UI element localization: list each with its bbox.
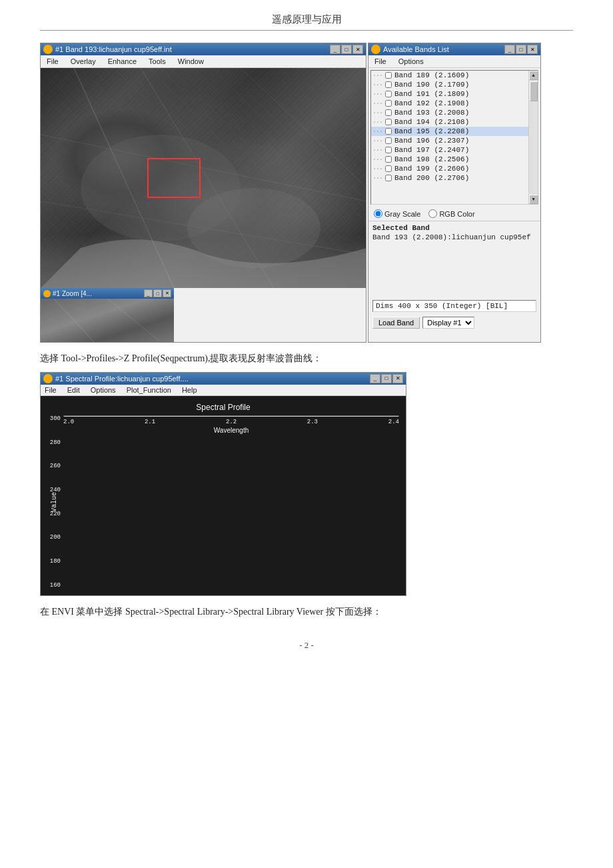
band-193-label: Band 193 (2.2008): [394, 109, 469, 117]
spectral-window-controls[interactable]: _ □ ✕: [370, 374, 403, 383]
x-tick-23: 2.3: [307, 419, 318, 425]
zoom-close[interactable]: ✕: [163, 289, 171, 297]
chart-inner: Value 300 280 260 240 220 200 180 160: [47, 415, 399, 589]
y-tick-180: 180: [41, 558, 61, 565]
band-190-label: Band 190 (2.1709): [394, 81, 469, 89]
band-190-checkbox[interactable]: [385, 81, 392, 88]
chart-plot-container: 300 280 260 240 220 200 180 160: [63, 415, 399, 589]
spectral-menu-edit[interactable]: Edit: [67, 386, 80, 394]
zoom-minimize[interactable]: _: [144, 289, 153, 297]
grid-h-8: [64, 416, 398, 417]
band-item-196[interactable]: ···Band 196 (2.2307): [371, 136, 528, 145]
spectral-menu-plot[interactable]: Plot_Function: [127, 386, 171, 394]
scroll-up-button[interactable]: ▲: [529, 71, 538, 80]
band-item-193[interactable]: ···Band 193 (2.2008): [371, 108, 528, 117]
spectral-menu-help[interactable]: Help: [182, 386, 197, 394]
page-number: - 2 -: [40, 640, 573, 651]
main-image-window: #1 Band 193:lichuanjun cup95eff.int _ □ …: [40, 43, 366, 343]
svg-line-4: [241, 68, 366, 188]
menu-file[interactable]: File: [45, 57, 61, 66]
band-item-190[interactable]: ···Band 190 (2.1709): [371, 80, 528, 89]
y-tick-260: 260: [41, 463, 61, 469]
band-199-label: Band 199 (2.2606): [394, 165, 469, 173]
band-item-194[interactable]: ···Band 194 (2.2108): [371, 117, 528, 127]
load-band-button[interactable]: Load Band: [372, 317, 420, 329]
bands-window-titlebar: Available Bands List _ □ ✕: [368, 43, 540, 55]
zoom-restore[interactable]: □: [153, 289, 162, 297]
bands-close[interactable]: ✕: [527, 45, 538, 54]
spectral-restore[interactable]: □: [381, 374, 392, 383]
band-196-checkbox[interactable]: [385, 137, 392, 144]
menu-window[interactable]: Window: [176, 57, 206, 66]
menu-overlay[interactable]: Overlay: [69, 57, 98, 66]
bands-restore[interactable]: □: [516, 45, 526, 54]
close-button[interactable]: ✕: [352, 45, 363, 54]
zoom-image: [41, 299, 174, 342]
band-195-checkbox[interactable]: [385, 128, 392, 135]
desc1: 选择 Tool->Profiles->Z Profile(Seqpectrum)…: [40, 351, 573, 367]
bands-list-scroll-area[interactable]: ···Band 189 (2.1609) ···Band 190 (2.1709…: [371, 71, 528, 204]
bands-scrollbar[interactable]: ▲ ▼: [528, 71, 538, 204]
menu-tools[interactable]: Tools: [147, 57, 168, 66]
gray-scale-option[interactable]: Gray Scale: [374, 209, 420, 218]
bands-window-menubar: File Options: [368, 55, 540, 68]
zoom-window-strip: #1 Zoom [4... _ □ ✕: [41, 288, 366, 342]
scale-options: Gray Scale RGB Color: [368, 207, 540, 221]
chart-plot: [63, 415, 399, 417]
spectral-window-title: #1 Spectral Profile:lichuanjun cup95eff.…: [55, 375, 189, 383]
band-193-checkbox[interactable]: [385, 109, 392, 116]
rgb-color-radio[interactable]: [428, 209, 437, 218]
band-item-197[interactable]: ···Band 197 (2.2407): [371, 145, 528, 155]
menu-enhance[interactable]: Enhance: [106, 57, 139, 66]
window-controls[interactable]: _ □ ✕: [330, 45, 363, 54]
rgb-color-option[interactable]: RGB Color: [428, 209, 474, 218]
band-197-checkbox[interactable]: [385, 147, 392, 153]
bands-window-title: Available Bands List: [383, 45, 449, 53]
scroll-down-button[interactable]: ▼: [529, 195, 538, 204]
band-197-label: Band 197 (2.2407): [394, 146, 469, 154]
band-item-200[interactable]: ···Band 200 (2.2706): [371, 173, 528, 183]
x-ticks-container: 2.0 2.1 2.2 2.3 2.4: [63, 417, 399, 425]
spectral-menu-options[interactable]: Options: [91, 386, 116, 394]
display-select[interactable]: Display #1: [422, 317, 474, 329]
spectral-menu-file[interactable]: File: [45, 386, 57, 394]
dims-display: Dims 400 x 350 (Integer) [BIL]: [372, 300, 536, 312]
band-189-label: Band 189 (2.1609): [394, 71, 469, 79]
minimize-button[interactable]: _: [330, 45, 340, 54]
chart-title: Spectral Profile: [47, 403, 399, 412]
selected-band-title: Selected Band: [372, 224, 536, 232]
bands-window-controls[interactable]: _ □ ✕: [504, 45, 538, 54]
band-198-checkbox[interactable]: [385, 156, 392, 163]
band-191-checkbox[interactable]: [385, 91, 392, 97]
main-window-menubar: File Overlay Enhance Tools Window: [41, 55, 366, 68]
scroll-thumb[interactable]: [530, 81, 538, 101]
gray-scale-radio[interactable]: [374, 209, 382, 218]
band-item-199[interactable]: ···Band 199 (2.2606): [371, 164, 528, 173]
band-189-checkbox[interactable]: [385, 72, 392, 79]
band-195-label: Band 195 (2.2208): [394, 127, 469, 135]
band-191-label: Band 191 (2.1809): [394, 90, 469, 98]
band-item-195[interactable]: ···Band 195 (2.2208): [371, 127, 528, 136]
band-item-198[interactable]: ···Band 198 (2.2506): [371, 155, 528, 164]
spectral-window-icon: [43, 374, 53, 383]
bands-menu-options[interactable]: Options: [396, 57, 426, 66]
y-tick-200: 200: [41, 534, 61, 541]
restore-button[interactable]: □: [341, 45, 352, 54]
band-192-checkbox[interactable]: [385, 100, 392, 107]
band-item-189[interactable]: ···Band 189 (2.1609): [371, 71, 528, 80]
spectral-minimize[interactable]: _: [370, 374, 380, 383]
bands-menu-file[interactable]: File: [372, 57, 388, 66]
zoom-window-controls[interactable]: _ □ ✕: [144, 289, 171, 297]
y-tick-220: 220: [41, 511, 61, 517]
band-item-191[interactable]: ···Band 191 (2.1809): [371, 89, 528, 99]
band-194-checkbox[interactable]: [385, 119, 392, 125]
band-198-label: Band 198 (2.2506): [394, 155, 469, 163]
zoom-window-titlebar: #1 Zoom [4... _ □ ✕: [41, 288, 174, 299]
spectral-close[interactable]: ✕: [392, 374, 403, 383]
satellite-image: [41, 68, 366, 288]
band-200-checkbox[interactable]: [385, 175, 392, 181]
band-192-label: Band 192 (2.1908): [394, 99, 469, 107]
band-item-192[interactable]: ···Band 192 (2.1908): [371, 99, 528, 108]
band-199-checkbox[interactable]: [385, 165, 392, 172]
bands-minimize[interactable]: _: [504, 45, 515, 54]
